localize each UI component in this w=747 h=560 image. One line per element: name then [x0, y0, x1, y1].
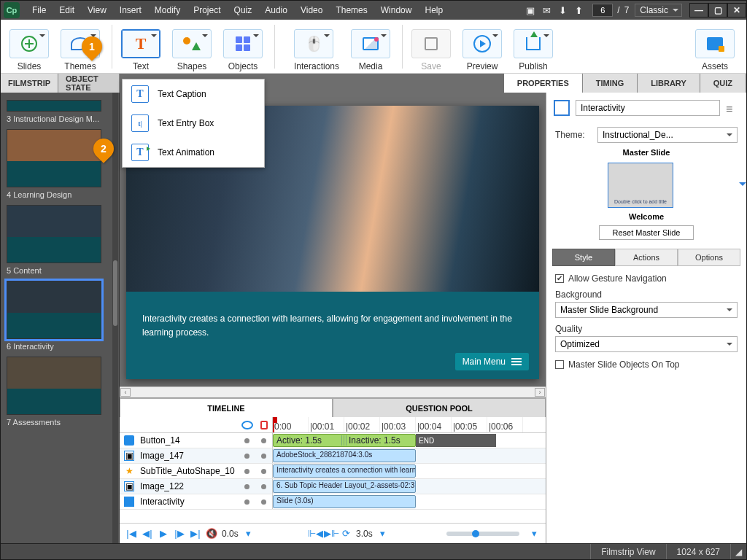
menu-quiz[interactable]: Quiz [228, 1, 259, 20]
status-dimensions: 1024 x 627 [666, 544, 730, 559]
timeline-row-image147[interactable]: ▣Image_147 AdobeStock_288218704:3.0s [120, 448, 546, 464]
collapse-icon[interactable]: ▾ [528, 528, 540, 539]
ribbon-publish[interactable]: Publish [514, 29, 553, 71]
quality-label: Quality [555, 324, 738, 334]
ribbon-assets[interactable]: Assets [695, 29, 735, 71]
objects-icon [236, 36, 250, 51]
main-menu-button[interactable]: Main Menu [455, 353, 529, 370]
menu-project[interactable]: Project [187, 1, 227, 20]
objects-on-top-checkbox[interactable]: Master Slide Objects On Top [555, 359, 738, 370]
menu-window[interactable]: Window [374, 1, 419, 20]
close-button[interactable]: ✕ [727, 3, 746, 18]
theme-label: Theme: [555, 130, 592, 140]
tab-object-state[interactable]: OBJECT STATE [58, 74, 120, 93]
background-select[interactable]: Master Slide Background [555, 302, 738, 318]
menu-video[interactable]: Video [294, 1, 329, 20]
maximize-button[interactable]: ▢ [708, 3, 727, 18]
filmstrip-slide-6[interactable] [7, 281, 113, 339]
subtab-actions[interactable]: Actions [615, 249, 678, 266]
upload-icon[interactable]: ⬆ [570, 5, 587, 16]
slide-icon [124, 497, 134, 507]
ribbon-objects[interactable]: Objects [223, 29, 263, 71]
ribbon-media[interactable]: Media [351, 29, 390, 71]
lock-icon[interactable] [260, 421, 268, 429]
ribbon-preview[interactable]: Preview [462, 29, 502, 71]
filmstrip-slide-7[interactable] [7, 357, 113, 415]
snap-icon[interactable]: ⊩◀ [308, 528, 320, 539]
workspace-selector[interactable]: Classic [635, 4, 682, 17]
step-fwd-icon[interactable]: |▶ [174, 528, 185, 539]
button-icon [124, 435, 134, 446]
ribbon-interactions[interactable]: 🖱️Interactions [294, 29, 339, 71]
panel-menu-icon[interactable] [726, 103, 739, 113]
filmstrip-slide-4[interactable] [7, 129, 113, 187]
menubar-right: ▣ ✉ ⬇ ⬆ 6 / 7 Classic — ▢ ✕ [522, 1, 746, 20]
menu-insert[interactable]: Insert [113, 1, 148, 20]
menu-edit[interactable]: Edit [53, 1, 81, 20]
filmstrip-slide-5[interactable] [7, 205, 113, 263]
menu-help[interactable]: Help [418, 1, 449, 20]
timeline-row-button14[interactable]: Button_14 Active: 1.5sInactive: 1.5s END [120, 433, 546, 448]
menu-view[interactable]: View [81, 1, 113, 20]
filmstrip-label-6: 6 Interactivity [7, 342, 113, 351]
timeline-row-image122[interactable]: ▣Image_122 6. Sub Topic Header Layout_2-… [120, 479, 546, 494]
menu-themes[interactable]: Themes [329, 1, 374, 20]
tab-properties[interactable]: PROPERTIES [504, 74, 583, 93]
tab-quiz[interactable]: QUIZ [700, 74, 746, 93]
subtab-options[interactable]: Options [678, 249, 740, 266]
goto-end-icon[interactable]: ▶| [190, 528, 201, 539]
tab-filmstrip[interactable]: FILMSTRIP [1, 74, 58, 93]
visibility-icon[interactable] [241, 421, 253, 429]
tab-library[interactable]: LIBRARY [638, 74, 700, 93]
download-icon[interactable]: ⬇ [554, 5, 570, 16]
timeline-row-subtitle[interactable]: ★SubTitle_AutoShape_10 Interactivity cre… [120, 464, 546, 479]
minimize-button[interactable]: — [689, 3, 708, 18]
filmstrip-label-4: 4 Learning Design [7, 190, 113, 199]
filmstrip-scrollbar[interactable] [112, 93, 118, 543]
master-slide-thumb[interactable]: Double click to add title [608, 163, 673, 208]
app-logo: Cp [4, 2, 20, 18]
master-name: Welcome [546, 212, 746, 221]
filmstrip-slide-3[interactable] [7, 100, 113, 112]
play-icon[interactable]: ▶ [158, 528, 169, 539]
tab-timeline[interactable]: TIMELINE [120, 398, 333, 417]
playhead[interactable] [273, 417, 274, 432]
shapes-icon [183, 37, 201, 50]
quality-select[interactable]: Optimized [555, 336, 738, 352]
menuitem-text-animation[interactable]: Text Animation [123, 138, 264, 167]
tab-timing[interactable]: TIMING [583, 74, 638, 93]
ribbon-slides[interactable]: Slides [9, 29, 49, 71]
layout-icon[interactable]: ▣ [522, 5, 538, 16]
horizontal-scrollbar[interactable]: ‹› [120, 386, 546, 397]
ribbon-shapes[interactable]: Shapes [172, 29, 212, 71]
mute-icon[interactable]: 🔇 [206, 528, 217, 539]
ribbon-text[interactable]: TText [121, 29, 160, 71]
reset-master-button[interactable]: Reset Master Slide [599, 225, 694, 240]
publish-icon [526, 37, 541, 50]
current-page[interactable]: 6 [592, 4, 613, 17]
timeline-row-slide[interactable]: Interactivity Slide (3.0s) [120, 494, 546, 510]
snap2-icon[interactable]: ▶⊩ [324, 528, 336, 539]
theme-select[interactable]: Instructional_De... [597, 127, 738, 143]
master-dropdown-icon[interactable] [739, 182, 746, 190]
object-name-field[interactable]: Interactivity [576, 100, 720, 116]
menuitem-text-entry[interactable]: t|Text Entry Box [123, 109, 264, 138]
menu-audio[interactable]: Audio [258, 1, 294, 20]
goto-start-icon[interactable]: |◀ [125, 528, 137, 539]
duration-icon[interactable]: ⟳ [340, 528, 352, 539]
total-pages: 7 [624, 5, 630, 15]
menu-file[interactable]: File [26, 1, 53, 20]
mail-icon[interactable]: ✉ [538, 5, 554, 16]
gesture-nav-checkbox[interactable]: ✔Allow Gesture Navigation [555, 273, 738, 284]
timeline-ruler[interactable]: 0:00|00:01|00:02|00:03|00:04|00:05|00:06 [273, 417, 546, 432]
timeline-zoom[interactable] [446, 532, 519, 536]
step-back-icon[interactable]: ◀| [142, 528, 153, 539]
menu-modify[interactable]: Modify [148, 1, 187, 20]
status-resize-grip[interactable]: ◢ [730, 544, 746, 559]
tab-question-pool[interactable]: QUESTION POOL [333, 398, 546, 417]
subtab-style[interactable]: Style [552, 249, 615, 266]
workspace: 3 Instructional Design M... 4 Learning D… [1, 93, 746, 543]
menuitem-text-caption[interactable]: TText Caption [123, 79, 264, 109]
media-icon [363, 37, 379, 50]
text-dropdown-menu: TText Caption t|Text Entry Box Text Anim… [122, 79, 265, 168]
